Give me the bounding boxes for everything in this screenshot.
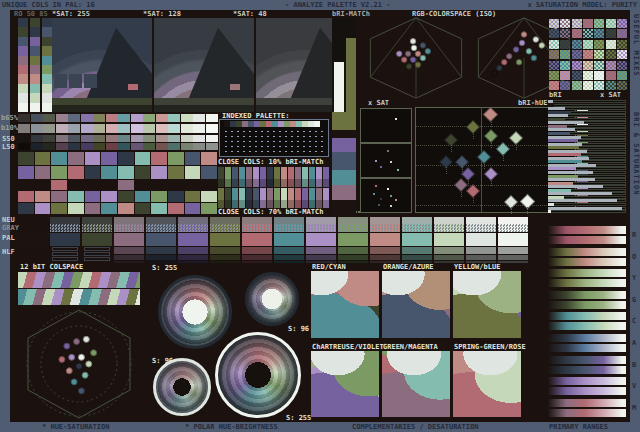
close-color-swatch bbox=[274, 188, 280, 208]
close-color-pair bbox=[246, 200, 252, 208]
tiny-dot bbox=[375, 185, 377, 187]
palette-swatch bbox=[146, 233, 176, 246]
sat-scatter-box bbox=[360, 143, 412, 178]
neu-swatch bbox=[434, 217, 464, 224]
primary-range-letter: G bbox=[632, 296, 636, 305]
hlf-swatch bbox=[146, 255, 176, 260]
neu-swatch bbox=[306, 217, 336, 224]
close-color-swatch bbox=[295, 188, 301, 208]
sat-bar-fill bbox=[548, 118, 565, 121]
strip-swatch bbox=[93, 143, 105, 150]
strip-swatch bbox=[156, 114, 168, 122]
close-color-pair bbox=[295, 179, 301, 187]
close-color-pair bbox=[274, 179, 280, 187]
close-color-swatch bbox=[323, 167, 329, 187]
close-color-pair bbox=[225, 179, 231, 187]
hue-sat-point bbox=[66, 368, 72, 374]
band-swatch bbox=[18, 166, 34, 179]
strip-swatch bbox=[168, 124, 180, 133]
primary-range-bar bbox=[548, 322, 626, 330]
neu-swatch bbox=[82, 217, 112, 224]
gray-dither-swatch bbox=[82, 224, 112, 232]
palette-point bbox=[492, 70, 497, 75]
sat-scatter-box bbox=[360, 178, 412, 213]
bri-match-stack-block bbox=[332, 185, 356, 200]
close-color-pair bbox=[225, 200, 231, 208]
band-swatch bbox=[185, 152, 201, 165]
hue-sat-point bbox=[76, 363, 82, 369]
tiny-dot bbox=[397, 169, 399, 171]
strip-swatch bbox=[31, 114, 43, 122]
rgb-cube-sat bbox=[362, 16, 470, 100]
mix-swatch bbox=[606, 19, 616, 28]
hlf-swatch bbox=[434, 247, 464, 254]
close-color-pair bbox=[218, 200, 224, 208]
palette-swatch bbox=[242, 233, 272, 246]
brightness-ramp-column bbox=[42, 18, 52, 112]
mix-swatch bbox=[560, 71, 570, 80]
primary-range-bar bbox=[548, 226, 626, 234]
band-swatch bbox=[101, 166, 117, 179]
hlf-swatch bbox=[274, 261, 304, 263]
mix-swatch bbox=[617, 61, 627, 70]
band-swatch bbox=[68, 152, 84, 165]
scatter-stem bbox=[473, 132, 474, 139]
band-swatch bbox=[68, 191, 84, 202]
strip-swatch bbox=[43, 124, 55, 133]
mix-swatch bbox=[606, 71, 616, 80]
strip-swatch bbox=[193, 124, 205, 133]
close-color-pair bbox=[288, 179, 294, 187]
landscape-accent bbox=[128, 84, 138, 90]
band-swatch bbox=[51, 180, 67, 190]
sat-scatter-box bbox=[360, 108, 412, 143]
strip-swatch bbox=[43, 114, 55, 122]
close-color-swatch bbox=[267, 188, 273, 208]
close-color-pair bbox=[288, 200, 294, 208]
gray-dither-swatch bbox=[434, 224, 464, 232]
hue-sat-point bbox=[78, 354, 84, 360]
close-color-pair bbox=[295, 200, 301, 208]
palette-swatch bbox=[210, 233, 240, 246]
scatter-diamond bbox=[521, 195, 534, 208]
primary-range-bar bbox=[548, 248, 626, 256]
primary-range-letter: A bbox=[632, 339, 636, 348]
hlf-swatch bbox=[370, 247, 400, 254]
primary-range-bar bbox=[548, 366, 626, 374]
gray-dither-swatch bbox=[370, 224, 400, 232]
mix-swatch bbox=[560, 61, 570, 70]
close-color-swatch bbox=[274, 167, 280, 187]
neu-swatch bbox=[210, 217, 240, 224]
gray-dither-swatch bbox=[50, 224, 80, 232]
band-swatch bbox=[51, 191, 67, 202]
palette-point bbox=[513, 47, 518, 52]
close-color-swatch bbox=[253, 188, 259, 208]
strip-swatch bbox=[81, 143, 93, 150]
mix-swatch bbox=[583, 61, 593, 70]
band-swatch bbox=[201, 203, 217, 214]
strip-swatch bbox=[156, 143, 168, 150]
bri-match-stack-block bbox=[332, 130, 356, 138]
close-color-swatch bbox=[288, 167, 294, 187]
polar-circle-label: S: 96 bbox=[152, 357, 173, 366]
mix-swatch bbox=[549, 61, 559, 70]
band-swatch bbox=[151, 191, 167, 202]
hue-sat-point bbox=[82, 372, 88, 378]
palette-point bbox=[415, 51, 420, 56]
scatter-diamond bbox=[455, 179, 466, 190]
tiny-dot bbox=[387, 150, 389, 152]
hue-sat-point bbox=[91, 350, 97, 356]
scatter-stem bbox=[503, 154, 504, 161]
mix-swatch bbox=[583, 50, 593, 59]
mix-swatch bbox=[572, 19, 582, 28]
hlf-empty-strip bbox=[52, 247, 78, 251]
sat-bar-track bbox=[548, 104, 626, 107]
indexed-palette-swatch bbox=[314, 121, 320, 127]
sat-bar-fill bbox=[548, 125, 567, 128]
sat-bar-fill bbox=[548, 203, 554, 206]
strip-swatch bbox=[131, 135, 143, 142]
mix-swatch bbox=[549, 81, 559, 90]
neu-swatch bbox=[338, 217, 368, 224]
landscape-block bbox=[69, 74, 82, 88]
primary-range-letter: Y bbox=[632, 274, 636, 283]
hlf-swatch bbox=[242, 255, 272, 260]
